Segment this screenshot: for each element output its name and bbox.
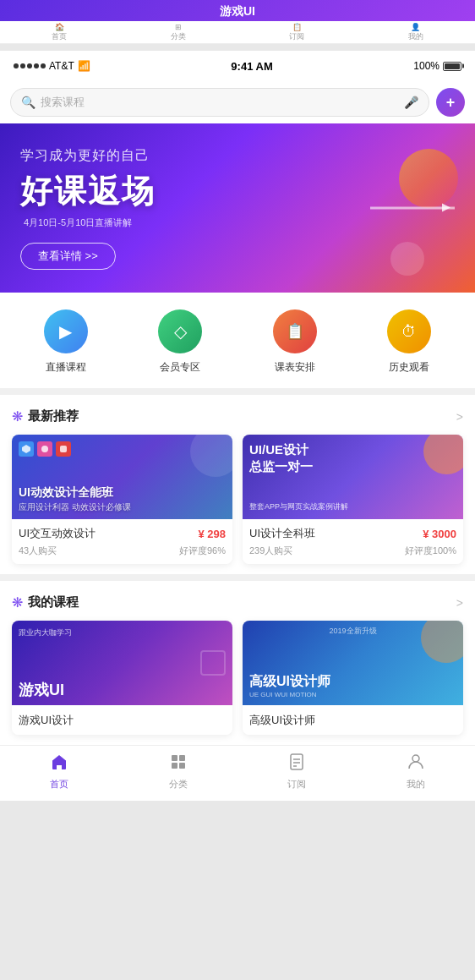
card-info-game: 游戏UI设计 xyxy=(12,705,232,735)
section-my-more[interactable]: > xyxy=(456,596,463,610)
game-deco-box xyxy=(200,650,226,676)
card-ui-full[interactable]: UI/UE设计 总监一对一 整套APP与网页实战案例讲解 UI设计全科班 ¥ 3… xyxy=(243,435,463,564)
card-thumb-ui: 2019全新升级 高级UI设计师 UE GUI WUI MOTION xyxy=(243,621,463,705)
card-title-ui: 高级UI设计师 xyxy=(249,714,315,726)
card-thumb-title-2-line2: 总监一对一 xyxy=(249,459,313,474)
banner-deco-circle2 xyxy=(390,242,424,276)
search-placeholder: 搜索课程 xyxy=(41,95,399,110)
card-buyers-1: 43人购买 xyxy=(19,545,57,557)
preview-nav-category: ⊞分类 xyxy=(171,23,186,42)
card-thumb-2: UI/UE设计 总监一对一 整套APP与网页实战案例讲解 xyxy=(243,435,463,519)
status-time: 9:41 AM xyxy=(231,60,272,73)
battery-fill xyxy=(445,63,460,69)
banner-subtitle: 学习成为更好的自己 xyxy=(20,147,150,165)
category-label-schedule: 课表安排 xyxy=(275,360,315,375)
card-rating-1: 好评度96% xyxy=(179,545,226,557)
category-label-member: 会员专区 xyxy=(160,360,200,375)
svg-rect-4 xyxy=(179,755,185,761)
nav-mine-label: 我的 xyxy=(407,778,425,791)
category-item-history[interactable]: ⏱ 历史观看 xyxy=(387,309,431,375)
card-buyers-2: 239人购买 xyxy=(249,545,292,557)
card-game-ui[interactable]: 跟业内大咖学习 游戏UI 游戏UI设计 xyxy=(12,621,232,735)
preview-nav-home: 🏠首页 xyxy=(52,23,67,42)
section-my-header: ❋ 我的课程 > xyxy=(12,594,463,610)
category-icon-schedule: 📋 xyxy=(273,309,317,353)
search-icon: 🔍 xyxy=(21,96,35,109)
banner-arrow-deco xyxy=(370,207,455,210)
phone-frame: AT&T 📶 9:41 AM 100% 🔍 搜索课程 🎤 + 学习成为更好的自己… xyxy=(0,51,475,801)
svg-rect-5 xyxy=(172,763,177,769)
battery-percent: 100% xyxy=(413,60,440,72)
nav-item-category[interactable]: 分类 xyxy=(153,753,204,791)
preview-nav: 🏠首页 ⊞分类 📋订阅 👤我的 xyxy=(0,21,475,43)
banner: 学习成为更好的自己 好课返场 4月10日-5月10日直播讲解 查看详情 >> xyxy=(0,123,475,293)
battery-icon xyxy=(443,62,461,71)
card-meta-2: 239人购买 好评度100% xyxy=(249,545,456,557)
card-deco xyxy=(190,435,232,477)
category-item-schedule[interactable]: 📋 课表安排 xyxy=(273,309,317,375)
card-title-1: UI交互动效设计 xyxy=(19,526,96,541)
category-icon-member: ◇ xyxy=(158,309,202,353)
category-label-live: 直播课程 xyxy=(46,360,86,375)
banner-main-title: 好课返场 xyxy=(20,170,156,213)
bottom-nav: 首页 分类 订阅 我的 xyxy=(0,745,475,801)
nav-category-icon xyxy=(169,753,188,775)
sketch-icons xyxy=(19,441,71,457)
nav-item-subscribe[interactable]: 订阅 xyxy=(271,753,322,791)
section-my-courses: ❋ 我的课程 > 跟业内大咖学习 游戏UI 游戏UI设计 2019全新 xyxy=(0,581,475,745)
svg-rect-3 xyxy=(172,755,177,761)
svg-rect-6 xyxy=(179,763,185,769)
mic-icon[interactable]: 🎤 xyxy=(404,96,418,109)
preview-nav-mine: 👤我的 xyxy=(408,23,423,42)
category-label-history: 历史观看 xyxy=(389,360,429,375)
section-latest: ❋ 最新推荐 > xyxy=(0,395,475,574)
nav-subscribe-label: 订阅 xyxy=(287,778,306,791)
nav-item-home[interactable]: 首页 xyxy=(34,753,85,791)
card-advanced-ui[interactable]: 2019全新升级 高级UI设计师 UE GUI WUI MOTION 高级UI设… xyxy=(243,621,463,735)
card-game-sub: 跟业内大咖学习 xyxy=(19,627,72,638)
search-area: 🔍 搜索课程 🎤 + xyxy=(0,81,475,123)
card-info-2: UI设计全科班 ¥ 3000 239人购买 好评度100% xyxy=(243,519,463,564)
card-thumb-game: 跟业内大咖学习 游戏UI xyxy=(12,621,232,705)
ui-card-deco xyxy=(421,621,463,663)
category-item-member[interactable]: ◇ 会员专区 xyxy=(158,309,202,375)
carrier-label: AT&T xyxy=(49,60,74,72)
card-info-1: UI交互动效设计 ¥ 298 43人购买 好评度96% xyxy=(12,519,232,564)
category-row: ▶ 直播课程 ◇ 会员专区 📋 课表安排 ⏱ 历史观看 xyxy=(0,293,475,388)
card-meta-1: 43人购买 好评度96% xyxy=(19,545,226,557)
card-price-1: ¥ 298 xyxy=(198,528,226,540)
card-ui-animation[interactable]: UI动效设计全能班 应用设计利器 动效设计必修课 UI交互动效设计 ¥ 298 … xyxy=(12,435,232,564)
card-thumb-sub-2: 整套APP与网页实战案例讲解 xyxy=(249,502,348,511)
divider-1 xyxy=(0,388,475,395)
section-my-icon: ❋ xyxy=(12,594,23,610)
nav-mine-icon xyxy=(407,753,425,775)
my-courses-grid: 跟业内大咖学习 游戏UI 游戏UI设计 2019全新升级 高级UI设计师 UE … xyxy=(12,621,463,735)
card-price-2: ¥ 3000 xyxy=(423,528,456,540)
sketch-icon-2 xyxy=(37,441,52,457)
add-button[interactable]: + xyxy=(436,88,465,117)
nav-item-mine[interactable]: 我的 xyxy=(390,753,441,791)
signal-dots xyxy=(14,63,46,68)
preview-nav-subscribe: 📋订阅 xyxy=(289,23,304,42)
svg-rect-7 xyxy=(291,754,303,769)
nav-category-label: 分类 xyxy=(169,778,188,791)
card-title-2: UI设计全科班 xyxy=(249,526,315,541)
sketch-icon-1 xyxy=(19,441,34,457)
ui-card-main-text: 高级UI设计师 xyxy=(249,673,456,689)
card-deco-2 xyxy=(423,435,463,474)
card-thumb-title-1: UI动效设计全能班 应用设计利器 动效设计必修课 xyxy=(19,485,131,512)
preview-banner-text: 游戏UI xyxy=(220,4,255,19)
section-latest-more[interactable]: > xyxy=(456,410,463,424)
top-preview: 游戏UI 🏠首页 ⊞分类 📋订阅 👤我的 xyxy=(0,0,475,44)
ui-card-sub-text: UE GUI WUI MOTION xyxy=(249,691,456,698)
banner-deco-circle xyxy=(399,149,458,208)
search-box[interactable]: 🔍 搜索课程 🎤 xyxy=(10,88,429,117)
section-latest-header: ❋ 最新推荐 > xyxy=(12,408,463,424)
banner-detail-button[interactable]: 查看详情 >> xyxy=(20,243,116,270)
section-my-title-wrap: ❋ 我的课程 xyxy=(12,594,79,610)
category-item-live[interactable]: ▶ 直播课程 xyxy=(44,309,88,375)
category-icon-live: ▶ xyxy=(44,309,88,353)
status-bar: AT&T 📶 9:41 AM 100% xyxy=(0,51,475,81)
card-thumb-sub-1: 应用设计利器 动效设计必修课 xyxy=(19,501,131,512)
section-latest-title: 最新推荐 xyxy=(28,408,79,424)
